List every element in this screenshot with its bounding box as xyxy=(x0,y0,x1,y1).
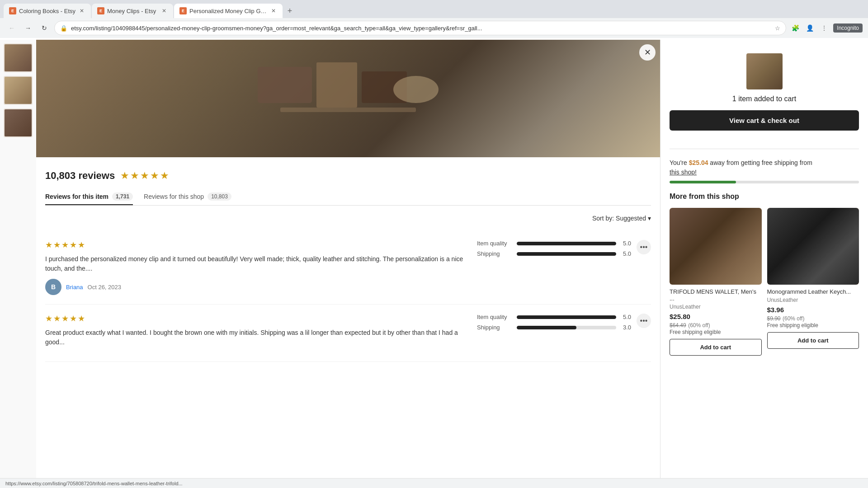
r1-star-1: ★ xyxy=(45,240,52,250)
forward-button[interactable]: → xyxy=(22,22,34,34)
shop-product-1-shipping: Free shipping eligible xyxy=(670,329,762,335)
shop-product-1-original: $64.49 xyxy=(670,322,686,328)
bookmark-icon[interactable]: ☆ xyxy=(775,25,780,32)
tab-this-shop-label: Reviews for this shop xyxy=(144,193,204,200)
shipping-suffix: away from getting free shipping from xyxy=(708,159,812,166)
shop-product-1[interactable]: TRIFOLD MENS WALLET, Men's ... UnusLeath… xyxy=(670,208,762,356)
review-2-text: Great product exactly what I wanted. I b… xyxy=(45,328,463,347)
cart-added-section: 1 item added to cart View cart & check o… xyxy=(670,49,859,140)
review-1-text: I purchased the personalized money clip … xyxy=(45,254,463,273)
reload-button[interactable]: ↻ xyxy=(38,22,51,34)
rating-row-shipping-2: Shipping 3.0 xyxy=(477,324,631,331)
tab-bar: E Coloring Books - Etsy ✕ E Money Clips … xyxy=(0,0,868,18)
svg-rect-4 xyxy=(280,108,416,112)
shipping-amount: $25.04 xyxy=(689,159,708,166)
shop-product-2-original: $9.90 xyxy=(767,315,781,322)
tab-this-item[interactable]: Reviews for this item 1,731 xyxy=(45,189,133,205)
more-from-shop-title: More from this shop xyxy=(670,192,859,201)
sort-label: Sort by: Suggested xyxy=(592,215,646,222)
quality-value-2: 5.0 xyxy=(620,314,631,320)
r2-star-4: ★ xyxy=(70,314,77,324)
tab-close-1[interactable]: ✕ xyxy=(78,7,85,14)
lock-icon: 🔒 xyxy=(60,25,67,32)
thumb-2[interactable] xyxy=(4,76,33,105)
reviewer-1-avatar: B xyxy=(45,279,61,295)
quality-bar-fill-2 xyxy=(517,315,616,319)
tab-coloring-books[interactable]: E Coloring Books - Etsy ✕ xyxy=(4,4,91,18)
review-item-1: ★ ★ ★ ★ ★ I purchased the personalized m… xyxy=(45,231,651,305)
shipping-label-1: Shipping xyxy=(477,250,513,257)
shipping-bar-bg-1 xyxy=(517,252,616,256)
shipping-progress-fill xyxy=(670,181,736,183)
address-bar[interactable]: 🔒 etsy.com/listing/1040988445/personaliz… xyxy=(54,21,786,35)
review-1-more-button[interactable]: ••• xyxy=(637,240,651,254)
tab-money-clips[interactable]: E Money Clips - Etsy ✕ xyxy=(92,4,173,18)
tab-this-shop[interactable]: Reviews for this shop 10,803 xyxy=(144,189,231,205)
sort-bar: Sort by: Suggested ▾ xyxy=(45,215,651,222)
quality-value-1: 5.0 xyxy=(620,240,631,247)
shop-product-2-img-bg xyxy=(767,208,859,285)
browser-chrome: E Coloring Books - Etsy ✕ E Money Clips … xyxy=(0,0,868,38)
divider-1 xyxy=(670,149,859,149)
shop-product-1-image xyxy=(670,208,762,285)
quality-bar-bg-1 xyxy=(517,242,616,245)
view-cart-button[interactable]: View cart & check out xyxy=(670,110,859,131)
svg-rect-0 xyxy=(258,67,312,103)
thumb-1[interactable] xyxy=(4,43,33,72)
tab-close-3[interactable]: ✕ xyxy=(270,7,277,14)
review-1-stars: ★ ★ ★ ★ ★ xyxy=(45,240,463,250)
back-button[interactable]: ← xyxy=(5,22,18,34)
tab-title-3: Personalized Money Clip Groom... xyxy=(189,8,267,14)
review-count: 10,803 reviews xyxy=(45,170,115,182)
shipping-value-1: 5.0 xyxy=(620,250,631,257)
more-from-shop-section: More from this shop TRIFOLD MENS WALLET,… xyxy=(670,192,859,356)
reviewer-1-name[interactable]: Briana xyxy=(66,284,83,291)
incognito-badge[interactable]: Incognito xyxy=(833,23,863,33)
review-2-stars: ★ ★ ★ ★ ★ xyxy=(45,314,463,324)
shipping-bar-bg-2 xyxy=(517,326,616,329)
shop-product-1-price: $25.80 xyxy=(670,313,690,320)
star-5: ★ xyxy=(160,170,169,182)
shipping-shop-link[interactable]: this shop! xyxy=(670,169,697,176)
review-2-more-button[interactable]: ••• xyxy=(637,314,651,328)
shop-product-2-discount: (60% off) xyxy=(783,315,804,322)
shipping-bar-fill-2 xyxy=(517,326,576,329)
sort-dropdown[interactable]: Sort by: Suggested ▾ xyxy=(592,215,651,222)
add-to-cart-button-1[interactable]: Add to cart xyxy=(670,339,762,356)
tab-title-1: Coloring Books - Etsy xyxy=(19,8,75,14)
extensions-icon[interactable]: 🧩 xyxy=(790,23,801,33)
shop-product-1-name: TRIFOLD MENS WALLET, Men's ... xyxy=(670,288,762,302)
r1-star-5: ★ xyxy=(78,240,85,250)
status-url: https://www.etsy.com/listing/705808720/t… xyxy=(5,481,183,486)
right-panel: 1 item added to cart View cart & check o… xyxy=(660,40,868,488)
reviews-section: 10,803 reviews ★ ★ ★ ★ ★ Reviews for thi… xyxy=(36,161,660,488)
thumb-img-1 xyxy=(5,44,32,71)
profile-icon[interactable]: 👤 xyxy=(804,23,815,33)
address-bar-row: ← → ↻ 🔒 etsy.com/listing/1040988445/pers… xyxy=(0,18,868,38)
product-image-svg xyxy=(235,53,461,144)
shop-product-2-seller: UnusLeather xyxy=(767,297,859,303)
thumbnail-sidebar xyxy=(0,40,36,488)
close-button[interactable]: ✕ xyxy=(639,44,656,61)
tab-favicon-2: E xyxy=(97,7,104,14)
thumb-img-3 xyxy=(5,109,32,136)
tab-this-shop-count: 10,803 xyxy=(208,192,231,201)
stars-display: ★ ★ ★ ★ ★ xyxy=(120,170,169,182)
shop-product-2-price: $3.96 xyxy=(767,306,784,314)
tab-close-2[interactable]: ✕ xyxy=(160,7,168,14)
menu-icon[interactable]: ⋮ xyxy=(819,23,830,33)
shop-product-1-img-bg xyxy=(670,208,762,285)
tab-favicon-3: E xyxy=(179,7,187,14)
tab-this-item-label: Reviews for this item xyxy=(45,193,108,200)
tab-personalized-clip[interactable]: E Personalized Money Clip Groom... ✕ xyxy=(174,4,283,18)
main-image-area: ✕ xyxy=(36,40,660,157)
new-tab-button[interactable]: + xyxy=(283,5,296,17)
shop-product-2[interactable]: Monogrammed Leather Keych... UnusLeather… xyxy=(767,208,859,356)
shop-product-2-image xyxy=(767,208,859,285)
add-to-cart-button-2[interactable]: Add to cart xyxy=(767,332,859,349)
thumb-3[interactable] xyxy=(4,108,33,137)
rating-row-quality-1: Item quality 5.0 xyxy=(477,240,631,247)
star-3: ★ xyxy=(140,170,149,182)
main-product-image xyxy=(36,40,660,157)
shipping-section: You're $25.04 away from getting free shi… xyxy=(670,158,859,183)
